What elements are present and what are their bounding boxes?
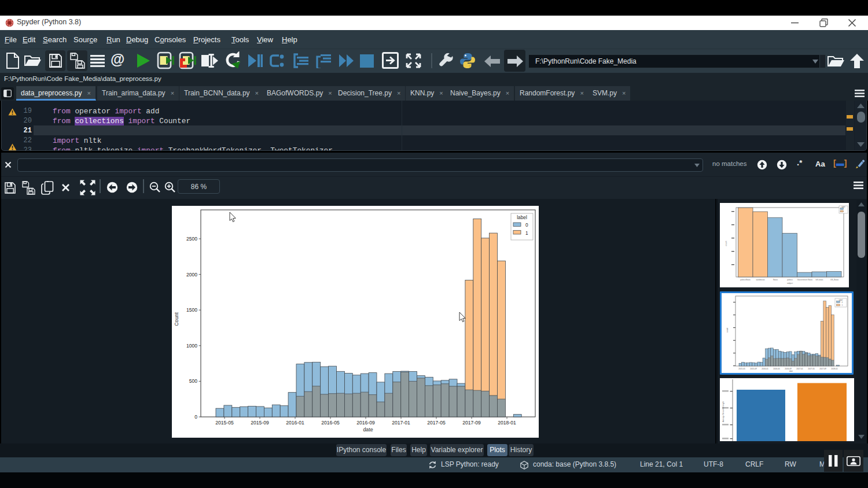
svg-text:worldnews: worldnews xyxy=(756,279,764,281)
svg-text:2018-01: 2018-01 xyxy=(498,420,516,426)
svg-text:label: label xyxy=(517,215,527,220)
svg-text:Count: Count xyxy=(174,312,179,326)
svg-text:2500: 2500 xyxy=(186,236,197,242)
svg-text:label: label xyxy=(842,206,845,208)
svg-text:2016-05: 2016-05 xyxy=(321,420,340,426)
svg-text:2017-05: 2017-05 xyxy=(427,420,446,426)
svg-text:500: 500 xyxy=(189,378,198,384)
svg-text:News: News xyxy=(773,279,778,281)
svg-text:2015-09: 2015-09 xyxy=(251,420,269,426)
svg-text:2000: 2000 xyxy=(186,272,197,278)
svg-text:2016-09: 2016-09 xyxy=(356,420,375,426)
svg-text:1500: 1500 xyxy=(186,307,197,313)
svg-text:Government News: Government News xyxy=(797,279,813,281)
svg-text:US_News: US_News xyxy=(830,279,839,281)
svg-text:politics: politics xyxy=(787,279,793,281)
svg-text:2017-09: 2017-09 xyxy=(462,420,481,426)
svg-text:0: 0 xyxy=(194,414,197,420)
svg-text:Average News title length: Average News title length xyxy=(722,401,724,422)
svg-text:2015-05: 2015-05 xyxy=(215,420,234,426)
svg-text:date: date xyxy=(363,427,373,432)
svg-text:count: count xyxy=(725,241,727,246)
svg-text:2017-01: 2017-01 xyxy=(392,420,410,426)
svg-text:1000: 1000 xyxy=(186,343,197,349)
svg-text:1: 1 xyxy=(525,230,528,236)
svg-text:subject: subject xyxy=(787,282,793,284)
svg-text:2016-01: 2016-01 xyxy=(286,420,304,426)
svg-text:politicsNews: politicsNews xyxy=(740,279,751,281)
svg-text:0: 0 xyxy=(525,222,528,228)
svg-text:left-news: left-news xyxy=(816,279,823,281)
